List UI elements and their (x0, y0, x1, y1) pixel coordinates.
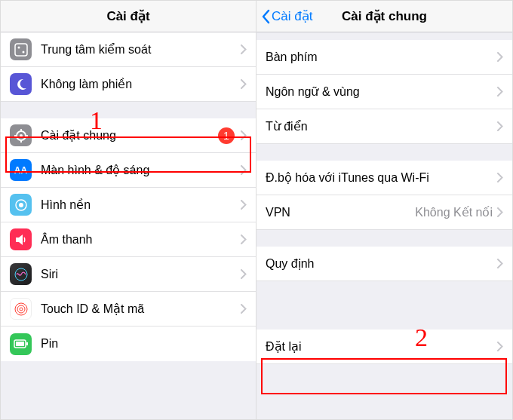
row-label: Không làm phiền (41, 77, 241, 91)
chevron-left-icon (261, 9, 270, 24)
row-label: Pin (41, 337, 247, 351)
row-label: Đ.bộ hóa với iTunes qua Wi-Fi (266, 170, 497, 185)
row-wallpaper[interactable]: Hình nền (1, 188, 256, 222)
svg-rect-17 (16, 342, 24, 346)
row-vpn[interactable]: VPN Không Kết nối (256, 195, 512, 230)
navbar-right: Cài đặt Cài đặt chung (256, 1, 512, 32)
moon-icon (10, 73, 32, 95)
row-label: Âm thanh (41, 233, 241, 247)
svg-point-14 (20, 308, 23, 311)
row-label: Ngôn ngữ & vùng (266, 84, 497, 99)
general-pane: Cài đặt Cài đặt chung Bàn phím Ngôn ngữ … (256, 1, 512, 419)
chevron-right-icon (241, 304, 247, 314)
svg-rect-0 (15, 44, 27, 56)
svg-point-2 (22, 51, 24, 53)
svg-point-13 (17, 305, 25, 313)
row-sound[interactable]: Âm thanh (1, 222, 256, 257)
row-keyboard[interactable]: Bàn phím (256, 40, 512, 75)
chevron-right-icon (241, 79, 247, 89)
row-label: Từ điển (266, 119, 497, 133)
control-center-icon (10, 38, 32, 60)
chevron-right-icon (241, 165, 247, 175)
chevron-right-icon (497, 87, 503, 97)
row-regulatory[interactable]: Quy định (256, 247, 512, 281)
display-icon: AA (10, 159, 32, 181)
row-display[interactable]: AA Màn hình & độ sáng (1, 153, 256, 188)
row-do-not-disturb[interactable]: Không làm phiền (1, 67, 256, 102)
chevron-right-icon (497, 121, 503, 131)
svg-rect-16 (26, 342, 28, 345)
svg-point-4 (20, 134, 23, 137)
chevron-right-icon (241, 130, 247, 140)
chevron-right-icon (497, 259, 503, 268)
row-label: Bàn phím (266, 51, 497, 64)
svg-point-1 (17, 46, 20, 48)
back-label: Cài đặt (272, 8, 312, 24)
chevron-right-icon (241, 44, 247, 54)
back-button[interactable]: Cài đặt (261, 1, 312, 32)
chevron-right-icon (497, 173, 503, 182)
chevron-right-icon (497, 207, 503, 217)
row-itunes-sync[interactable]: Đ.bộ hóa với iTunes qua Wi-Fi (256, 161, 512, 195)
chevron-right-icon (241, 200, 247, 210)
row-siri[interactable]: Siri (1, 257, 256, 292)
row-label: Quy định (266, 256, 497, 271)
chevron-right-icon (497, 52, 503, 62)
row-label: VPN (266, 206, 415, 219)
battery-icon (10, 333, 32, 355)
speaker-icon (10, 228, 32, 250)
row-label: Đặt lại (266, 339, 497, 354)
fingerprint-icon (10, 298, 32, 320)
row-label: Touch ID & Mật mã (41, 302, 241, 316)
chevron-right-icon (241, 235, 247, 244)
svg-point-10 (19, 203, 23, 207)
notification-badge: 1 (218, 127, 235, 144)
svg-point-12 (15, 303, 27, 315)
gear-icon (10, 124, 32, 146)
row-label: Cài đặt chung (41, 128, 218, 143)
row-touchid[interactable]: Touch ID & Mật mã (1, 292, 256, 326)
row-label: Siri (41, 268, 241, 281)
row-battery[interactable]: Pin (1, 326, 256, 361)
navbar-left: Cài đặt (1, 1, 256, 32)
row-control-center[interactable]: Trung tâm kiểm soát (1, 32, 256, 67)
row-value: Không Kết nối (415, 205, 493, 219)
settings-pane: Cài đặt Trung tâm kiểm soát Không làm ph… (1, 1, 256, 419)
row-label: Hình nền (41, 198, 241, 212)
page-title: Cài đặt chung (342, 8, 427, 24)
row-dictionary[interactable]: Từ điển (256, 109, 512, 144)
siri-icon (10, 263, 32, 285)
row-reset[interactable]: Đặt lại (256, 330, 512, 364)
row-label: Trung tâm kiểm soát (41, 42, 241, 57)
row-general[interactable]: Cài đặt chung 1 (1, 118, 256, 153)
wallpaper-icon (10, 194, 32, 216)
chevron-right-icon (497, 342, 503, 351)
page-title: Cài đặt (106, 8, 149, 24)
chevron-right-icon (241, 269, 247, 279)
row-language[interactable]: Ngôn ngữ & vùng (256, 75, 512, 109)
row-label: Màn hình & độ sáng (41, 163, 241, 177)
